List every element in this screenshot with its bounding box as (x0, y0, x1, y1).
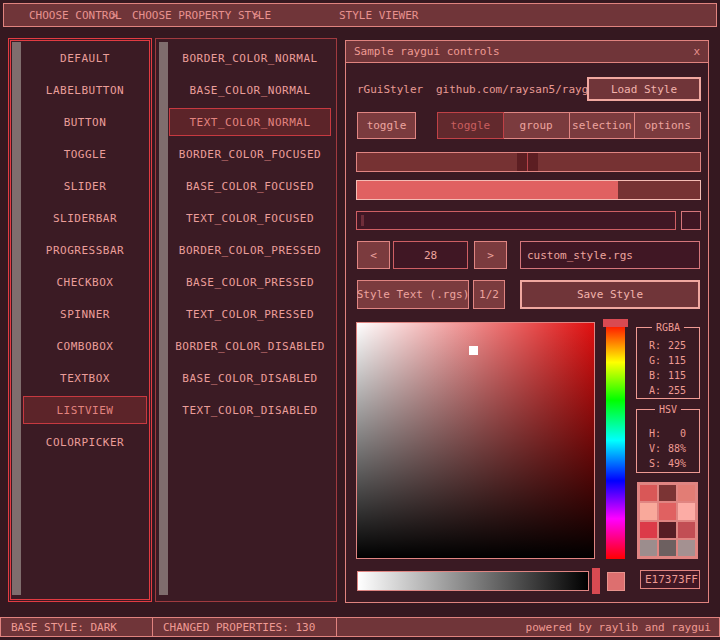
list-item[interactable]: BORDER_COLOR_FOCUSED (169, 140, 331, 168)
controls-scrollbar[interactable] (12, 42, 21, 595)
rgba-value-b: 115 (668, 370, 686, 381)
text-cursor (361, 215, 364, 226)
palette-swatch[interactable] (659, 485, 676, 501)
status-credits: powered by raylib and raygui (336, 618, 719, 636)
list-item-selected[interactable]: LISTVIEW (23, 396, 147, 424)
list-item[interactable]: BORDER_COLOR_DISABLED (169, 332, 331, 360)
toggle-group-item-toggle[interactable]: toggle (437, 112, 504, 139)
controls-listview: DEFAULT LABELBUTTON BUTTON TOGGLE SLIDER… (8, 38, 152, 602)
close-icon[interactable]: x (693, 45, 700, 58)
list-item[interactable]: BASE_COLOR_NORMAL (169, 76, 331, 104)
list-item[interactable]: COLORPICKER (23, 428, 147, 456)
small-box-button[interactable] (681, 211, 701, 230)
alpha-slider-handle[interactable] (592, 568, 600, 594)
app-name-label: rGuiStyler (357, 83, 423, 96)
rgba-label-b: B: (649, 370, 661, 381)
palette-swatch[interactable] (640, 522, 657, 538)
rgba-value-a: 255 (668, 385, 686, 396)
colorpicker-sv-cursor[interactable] (469, 346, 478, 355)
slider[interactable] (356, 152, 701, 172)
repo-label: github.com/raysan5/raygui (436, 83, 602, 96)
toggle-group-item-options[interactable]: options (634, 112, 701, 139)
sliderbar-fill (357, 181, 618, 199)
breadcrumb-bar: CHOOSE CONTROL > CHOOSE PROPERTY STYLE >… (3, 3, 717, 27)
sliderbar[interactable] (356, 180, 701, 200)
rgba-label-g: G: (649, 355, 661, 366)
colorpicker-sv-square[interactable] (356, 322, 595, 559)
list-item[interactable]: SLIDER (23, 172, 147, 200)
list-item[interactable]: TEXTBOX (23, 364, 147, 392)
spinner-value[interactable]: 28 (393, 241, 468, 269)
hsv-label-s: S: (649, 458, 661, 469)
palette-swatch[interactable] (678, 485, 695, 501)
hsv-value-v: 88% (668, 443, 686, 454)
palette-swatch[interactable] (659, 522, 676, 538)
list-item[interactable]: COMBOBOX (23, 332, 147, 360)
page-indicator-button[interactable]: 1/2 (473, 280, 505, 309)
load-style-button[interactable]: Load Style (587, 77, 701, 101)
palette-swatch[interactable] (640, 540, 657, 556)
toggle-group-item-selection[interactable]: selection (569, 112, 636, 139)
spinner-decrement-button[interactable]: < (357, 241, 390, 269)
chevron-right-icon: > (253, 9, 260, 22)
list-item[interactable]: CHECKBOX (23, 268, 147, 296)
slider-handle[interactable] (517, 153, 538, 171)
color-palette (637, 482, 698, 559)
list-item[interactable]: TEXT_COLOR_PRESSED (169, 300, 331, 328)
style-text-button[interactable]: Style Text (.rgs) (357, 280, 469, 309)
list-item[interactable]: BUTTON (23, 108, 147, 136)
sample-controls-window: Sample raygui controls x rGuiStyler gith… (345, 40, 709, 603)
breadcrumb-choose-control[interactable]: CHOOSE CONTROL (29, 9, 122, 22)
hsv-groupbox: HSV H:0 V:88% S:49% (636, 409, 700, 473)
palette-swatch[interactable] (678, 503, 695, 519)
toggle-button[interactable]: toggle (357, 112, 416, 139)
spinner-increment-button[interactable]: > (474, 241, 507, 269)
list-item[interactable]: TEXT_COLOR_DISABLED (169, 396, 331, 424)
list-item[interactable]: BORDER_COLOR_NORMAL (169, 44, 331, 72)
filename-input[interactable]: custom_style.rgs (520, 241, 700, 269)
properties-scrollbar[interactable] (159, 42, 168, 595)
palette-swatch[interactable] (678, 522, 695, 538)
palette-swatch[interactable] (640, 503, 657, 519)
colorpicker-hue-bar[interactable] (606, 322, 625, 559)
list-item-selected[interactable]: TEXT_COLOR_NORMAL (169, 108, 331, 136)
palette-swatch[interactable] (640, 485, 657, 501)
alpha-slider[interactable] (357, 571, 589, 591)
list-item[interactable]: BASE_COLOR_DISABLED (169, 364, 331, 392)
hsv-groupbox-title: HSV (655, 404, 681, 415)
palette-swatch[interactable] (659, 503, 676, 519)
list-item[interactable]: SPINNER (23, 300, 147, 328)
list-item[interactable]: PROGRESSBAR (23, 236, 147, 264)
colorpicker-hue-handle[interactable] (603, 319, 628, 327)
list-item[interactable]: DEFAULT (23, 44, 147, 72)
rgba-label-a: A: (649, 385, 661, 396)
text-input[interactable] (356, 211, 676, 230)
toggle-group-item-group[interactable]: group (503, 112, 570, 139)
window-title: Sample raygui controls (354, 45, 500, 58)
list-item[interactable]: BORDER_COLOR_PRESSED (169, 236, 331, 264)
hsv-label-v: V: (649, 443, 661, 454)
list-item[interactable]: TOGGLE (23, 140, 147, 168)
status-bar: BASE STYLE: DARK CHANGED PROPERTIES: 130… (0, 617, 720, 637)
rgba-value-g: 115 (668, 355, 686, 366)
hsv-value-h: 0 (680, 428, 686, 439)
selected-color-swatch (607, 572, 625, 591)
list-item[interactable]: TEXT_COLOR_FOCUSED (169, 204, 331, 232)
save-style-button[interactable]: Save Style (520, 280, 700, 309)
hex-value-input[interactable]: E17373FF (640, 570, 700, 589)
properties-listview: BORDER_COLOR_NORMAL BASE_COLOR_NORMAL TE… (155, 38, 337, 602)
rgba-label-r: R: (649, 340, 661, 351)
list-item[interactable]: BASE_COLOR_FOCUSED (169, 172, 331, 200)
chevron-right-icon: > (111, 9, 118, 22)
list-item[interactable]: SLIDERBAR (23, 204, 147, 232)
hsv-label-h: H: (649, 428, 661, 439)
rgba-value-r: 225 (668, 340, 686, 351)
list-item[interactable]: BASE_COLOR_PRESSED (169, 268, 331, 296)
palette-swatch[interactable] (659, 540, 676, 556)
list-item[interactable]: LABELBUTTON (23, 76, 147, 104)
breadcrumb-choose-property[interactable]: CHOOSE PROPERTY STYLE (132, 9, 271, 22)
breadcrumb-style-viewer[interactable]: STYLE VIEWER (339, 9, 418, 22)
palette-swatch[interactable] (678, 540, 695, 556)
window-titlebar[interactable]: Sample raygui controls x (346, 41, 708, 63)
status-base-style: BASE STYLE: DARK (1, 618, 152, 636)
